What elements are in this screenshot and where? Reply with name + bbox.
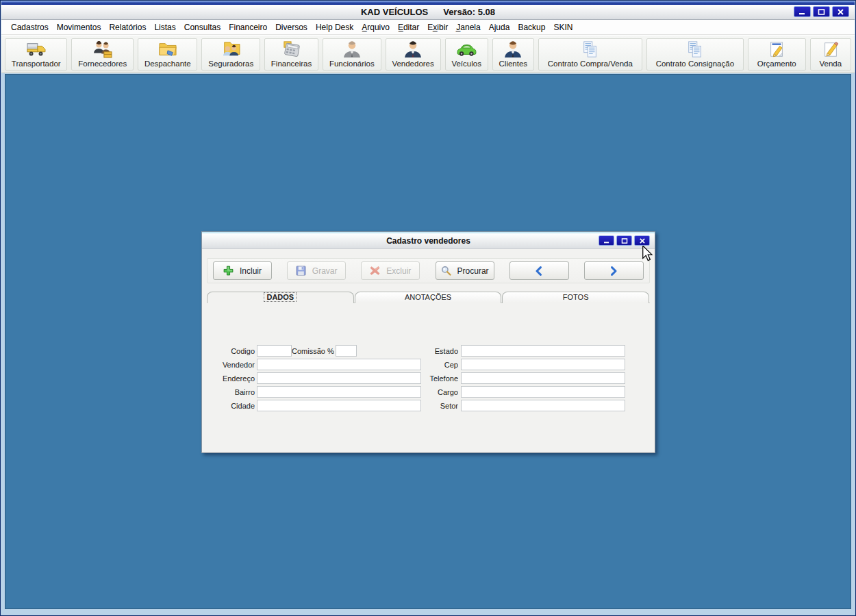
toolbar-despachante-button[interactable]: Despachante	[138, 38, 197, 70]
close-icon	[639, 238, 646, 244]
child-maximize-button[interactable]	[616, 235, 632, 246]
toolbar-contrato-compra-venda-button[interactable]: Contrato Compra/Venda	[538, 38, 642, 70]
maximize-button[interactable]	[813, 6, 830, 17]
gravar-label: Gravar	[312, 266, 338, 276]
menu-diversos[interactable]: Diversos	[271, 21, 312, 34]
gravar-button[interactable]: Gravar	[287, 261, 346, 280]
toolbar-funcionarios-button[interactable]: Funcionários	[323, 38, 381, 70]
vendedor-label: Vendedor	[207, 360, 255, 370]
telefone-field[interactable]	[461, 372, 625, 384]
toolbar-label: Fornecedores	[78, 59, 127, 68]
procurar-label: Procurar	[457, 266, 489, 276]
suppliers-people-icon	[92, 40, 113, 59]
toolbar-label: Despachante	[144, 59, 191, 68]
menu-exibir[interactable]: Ex̲ibir	[423, 21, 452, 34]
incluir-button[interactable]: Incluir	[213, 261, 272, 280]
child-close-button[interactable]	[634, 235, 650, 246]
estado-label: Estado	[410, 346, 458, 357]
child-minimize-button[interactable]	[599, 235, 614, 246]
menu-listas[interactable]: Listas	[150, 21, 179, 34]
tab-anotacoes-label: ANOTAÇÕES	[405, 293, 451, 301]
menu-editar[interactable]: E̲ditar	[394, 21, 423, 34]
menu-janela[interactable]: J̲anela	[452, 21, 484, 34]
endereco-label: Endereço	[207, 374, 255, 384]
toolbar-orcamento-button[interactable]: Orçamento	[748, 38, 806, 70]
toolbar-venda-button[interactable]: Venda	[810, 38, 851, 70]
close-button[interactable]	[832, 6, 849, 17]
estado-field[interactable]	[461, 345, 625, 357]
menu-backup[interactable]: Backup	[514, 21, 549, 34]
previous-record-button[interactable]	[509, 261, 569, 280]
setor-label: Setor	[410, 401, 458, 411]
excluir-button[interactable]: Excluir	[361, 261, 420, 280]
delete-x-icon	[370, 266, 380, 276]
bairro-label: Bairro	[207, 387, 255, 398]
tab-dados[interactable]: DADOS	[207, 292, 354, 303]
toolbar-financeiras-button[interactable]: Financeiras	[264, 38, 318, 70]
toolbar-label: Transportador	[12, 59, 61, 68]
cadastro-vendedores-window: Cadastro vendedores	[201, 231, 655, 453]
next-record-button[interactable]	[584, 261, 644, 280]
toolbar-vendedores-button[interactable]: Vendedores	[386, 38, 441, 70]
toolbar-transportador-button[interactable]: Transportador	[5, 38, 67, 70]
save-floppy-icon	[296, 266, 306, 276]
cep-field[interactable]	[461, 359, 625, 370]
contract-documents-icon	[581, 40, 600, 59]
page-pencil-icon	[821, 40, 840, 59]
maximize-icon	[621, 238, 628, 244]
child-window-controls	[599, 235, 650, 246]
comissao-field[interactable]	[336, 345, 357, 357]
child-window-title: Cadastro vendedores	[386, 236, 470, 246]
contract-documents-icon	[685, 40, 705, 59]
codigo-label: Codigo	[207, 346, 255, 357]
tab-fotos[interactable]: FOTOS	[502, 292, 649, 303]
folder-people-icon	[221, 40, 241, 59]
codigo-field[interactable]	[257, 345, 292, 357]
menu-financeiro[interactable]: Financeiro	[225, 21, 271, 34]
tab-anotacoes[interactable]: ANOTAÇÕES	[355, 292, 502, 303]
cargo-field[interactable]	[461, 386, 625, 398]
child-titlebar[interactable]: Cadastro vendedores	[202, 232, 655, 249]
procurar-button[interactable]: Procurar	[436, 261, 494, 280]
toolbar-label: Orçamento	[757, 59, 796, 68]
menu-movimentos[interactable]: Movimentos	[53, 21, 105, 34]
incluir-label: Incluir	[240, 266, 262, 276]
menu-skin[interactable]: SKIN	[549, 21, 577, 34]
menu-help-desk[interactable]: Help Desk	[312, 21, 357, 34]
toolbar-contrato-consignacao-button[interactable]: Contrato Consignação	[646, 38, 744, 70]
telefone-label: Telefone	[410, 374, 458, 384]
previous-arrow-icon	[534, 266, 544, 276]
bairro-field[interactable]	[257, 386, 421, 398]
menu-cadastros[interactable]: Cadastros	[7, 21, 53, 34]
toolbar-clientes-button[interactable]: Clientes	[492, 38, 534, 70]
child-window-body: Incluir Gravar Excluir	[202, 258, 655, 461]
toolbar-label: Veículos	[451, 59, 481, 68]
menu-arquivo[interactable]: A̲rquivo	[357, 21, 394, 34]
menu-consultas[interactable]: Consultas	[180, 21, 225, 34]
window-controls	[794, 6, 849, 17]
minimize-icon	[798, 9, 806, 15]
maximize-icon	[818, 9, 825, 15]
vendedor-field[interactable]	[257, 359, 421, 370]
toolbar-label: Clientes	[499, 59, 528, 68]
toolbar-label: Funcionários	[329, 59, 375, 68]
toolbar-label: Venda	[820, 59, 842, 68]
application-window: KAD VEÍCULOS Versão: 5.08 Cadastros Movi…	[0, 0, 856, 616]
endereco-field[interactable]	[257, 372, 421, 384]
toolbar-label: Contrato Consignação	[656, 59, 734, 68]
folder-hand-icon	[158, 40, 178, 59]
toolbar-fornecedores-button[interactable]: Fornecedores	[71, 38, 134, 70]
car-icon	[455, 40, 477, 59]
toolbar-seguradoras-button[interactable]: Seguradoras	[201, 38, 260, 70]
cidade-field[interactable]	[257, 400, 421, 411]
cidade-label: Cidade	[207, 401, 255, 411]
mdi-workspace: Cadastro vendedores	[5, 74, 851, 609]
excluir-label: Excluir	[386, 266, 411, 276]
calculator-icon	[281, 40, 302, 59]
menu-ajuda[interactable]: Ajuda	[485, 21, 514, 34]
setor-field[interactable]	[461, 400, 625, 411]
minimize-button[interactable]	[794, 6, 811, 17]
toolbar-veiculos-button[interactable]: Veículos	[445, 38, 488, 70]
toolbar-label: Contrato Compra/Venda	[548, 59, 633, 68]
menu-relatorios[interactable]: Relatórios	[105, 21, 150, 34]
